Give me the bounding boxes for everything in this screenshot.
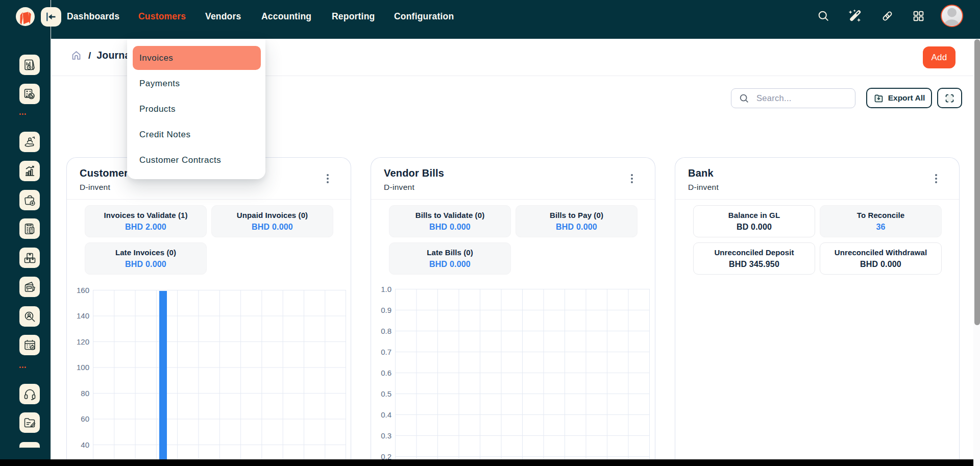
- svg-text:120: 120: [77, 337, 89, 346]
- svg-text:80: 80: [81, 389, 89, 398]
- svg-text:160: 160: [77, 286, 89, 295]
- svg-text:0.4: 0.4: [381, 410, 391, 419]
- svg-text:140: 140: [77, 311, 89, 320]
- svg-text:100: 100: [77, 363, 89, 372]
- svg-text:0.3: 0.3: [381, 431, 391, 440]
- svg-text:0.8: 0.8: [381, 327, 391, 335]
- svg-text:1.0: 1.0: [381, 285, 391, 293]
- svg-text:0.7: 0.7: [381, 348, 391, 356]
- svg-text:0.9: 0.9: [381, 306, 391, 314]
- svg-text:40: 40: [81, 440, 89, 449]
- svg-text:0.6: 0.6: [381, 369, 391, 377]
- svg-text:60: 60: [81, 414, 89, 423]
- svg-text:0.5: 0.5: [381, 389, 391, 398]
